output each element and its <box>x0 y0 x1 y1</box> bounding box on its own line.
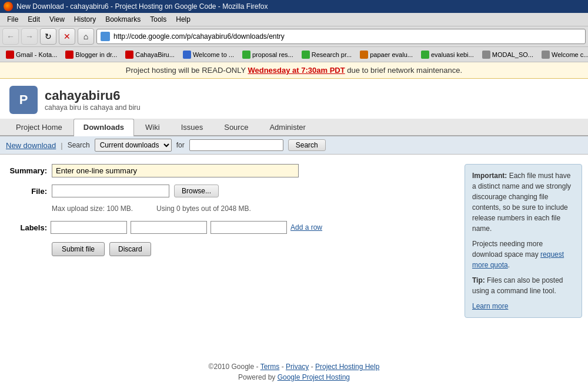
bookmark-icon-proposal <box>242 51 250 59</box>
bookmark-icon-welcome <box>183 51 191 59</box>
project-icon-letter: P <box>19 92 28 108</box>
request-after: . <box>508 261 510 269</box>
bookmark-icon-welcomec <box>542 51 550 59</box>
footer-copyright: ©2010 Google - <box>209 363 260 371</box>
tab-wiki[interactable]: Wiki <box>135 119 170 135</box>
bookmark-label-evaluasi: evaluasi kebi... <box>431 51 474 58</box>
bookmark-welcomec[interactable]: Welcome c... <box>538 49 588 60</box>
footer-terms-link[interactable]: Terms <box>260 363 280 371</box>
action-buttons: Submit file Discard <box>52 242 453 256</box>
menu-view[interactable]: View <box>45 14 69 25</box>
bookmark-welcome[interactable]: Welcome to ... <box>179 49 238 60</box>
tip-paragraph: Tip: Files can also be posted using a co… <box>472 275 574 296</box>
bookmark-icon-modal <box>482 51 490 59</box>
bookmark-icon-blogger <box>65 51 74 59</box>
bookmark-icon-evaluasi <box>421 51 429 59</box>
important-label: Important: <box>472 172 507 180</box>
bookmark-label-gmail: Gmail - Kota... <box>16 51 57 58</box>
bookmark-icon-cahayabiru <box>125 51 133 59</box>
labels-row: Labels: Add a row <box>6 221 453 234</box>
announcement-banner: Project hosting will be READ-ONLY Wednes… <box>0 62 588 79</box>
add-row-link[interactable]: Add a row <box>290 223 322 232</box>
label-input-2[interactable] <box>131 221 207 234</box>
main-content: Summary: File: Browse... Max upload size… <box>0 155 588 327</box>
tab-issues[interactable]: Issues <box>171 119 213 135</box>
bookmark-label-proposal: proposal res... <box>252 51 293 58</box>
tip-section: Tip: Files can also be posted using a co… <box>472 275 574 311</box>
announcement-text-after: due to brief network maintenance. <box>345 66 462 75</box>
label-input-1[interactable] <box>51 221 127 234</box>
bookmark-proposal[interactable]: proposal res... <box>239 49 297 60</box>
summary-row: Summary: <box>6 164 453 177</box>
labels-label: Labels: <box>6 223 47 232</box>
important-text: Each file must have a distinct name and … <box>472 172 571 233</box>
file-label: File: <box>6 187 47 196</box>
menu-bar: File Edit View History Bookmarks Tools H… <box>0 13 588 26</box>
title-bar: New Download - cahayabiru6 - Project Hos… <box>0 0 588 13</box>
learn-more-link[interactable]: Learn more <box>472 302 508 310</box>
bookmark-icon-gmail <box>6 51 14 59</box>
bookmark-papaer[interactable]: papaer evalu... <box>356 49 416 60</box>
bookmark-blogger[interactable]: Blogger in dr... <box>62 49 121 60</box>
bookmark-icon-research <box>302 51 310 59</box>
tab-source[interactable]: Source <box>214 119 258 135</box>
search-label: Search <box>68 141 90 149</box>
bookmark-label-modal: MODAL_SO... <box>492 51 533 58</box>
search-input[interactable] <box>189 139 283 151</box>
menu-tools[interactable]: Tools <box>145 14 171 25</box>
label-input-3[interactable] <box>211 221 287 234</box>
bookmark-gmail[interactable]: Gmail - Kota... <box>2 49 61 60</box>
toolbar-separator: | <box>61 141 62 150</box>
browse-button[interactable]: Browse... <box>174 185 219 197</box>
max-upload: Max upload size: 100 MB. <box>52 204 133 213</box>
footer-hosting-help-link[interactable]: Project Hosting Help <box>315 363 379 371</box>
project-description: cahaya biru is cahaya and biru <box>45 103 141 112</box>
form-area: Summary: File: Browse... Max upload size… <box>6 164 453 256</box>
menu-history[interactable]: History <box>69 14 101 25</box>
menu-bookmarks[interactable]: Bookmarks <box>101 14 145 25</box>
bookmarks-bar: Gmail - Kota... Blogger in dr... CahayaB… <box>0 47 588 62</box>
quota-paragraph: Projects needing more download space may… <box>472 239 574 270</box>
submit-file-button[interactable]: Submit file <box>52 242 105 256</box>
bookmark-cahayabiru[interactable]: CahayaBiru... <box>122 49 178 60</box>
new-download-link[interactable]: New download <box>6 141 56 150</box>
tab-administer[interactable]: Administer <box>259 119 315 135</box>
important-paragraph: Important: Each file must have a distinc… <box>472 170 574 234</box>
firefox-icon <box>4 2 13 11</box>
bookmark-evaluasi[interactable]: evaluasi kebi... <box>417 49 477 60</box>
bookmark-label-research: Research pr... <box>312 51 352 58</box>
url-input[interactable] <box>113 32 582 41</box>
announcement-link[interactable]: Wednesday at 7:30am PDT <box>248 66 345 75</box>
discard-button[interactable]: Discard <box>109 242 151 256</box>
summary-input[interactable] <box>52 164 299 177</box>
home-button[interactable]: ⌂ <box>78 28 94 45</box>
footer-privacy-link[interactable]: Privacy <box>286 363 309 371</box>
nav-tabs: Project Home Downloads Wiki Issues Sourc… <box>0 119 588 136</box>
search-filter-dropdown[interactable]: Current downloads All downloads Deprecat… <box>95 139 172 152</box>
bookmark-research[interactable]: Research pr... <box>298 49 355 60</box>
nav-toolbar: ← → ↻ ✕ ⌂ <box>0 26 588 47</box>
footer-google-hosting-link[interactable]: Google Project Hosting <box>278 373 350 381</box>
sub-toolbar: New download | Search Current downloads … <box>0 136 588 155</box>
bookmark-label-welcomec: Welcome c... <box>552 51 588 58</box>
project-header: P cahayabiru6 cahaya biru is cahaya and … <box>0 79 588 119</box>
search-button[interactable]: Search <box>288 139 326 151</box>
upload-info: Max upload size: 100 MB. Using 0 bytes o… <box>52 204 453 213</box>
tab-downloads[interactable]: Downloads <box>74 119 134 136</box>
bookmark-label-papaer: papaer evalu... <box>370 51 413 58</box>
tip-text: Files can also be posted using a command… <box>472 276 563 295</box>
file-row: File: Browse... <box>6 185 453 197</box>
bookmark-modal[interactable]: MODAL_SO... <box>479 49 537 60</box>
forward-button[interactable]: → <box>21 28 38 45</box>
sidebar-info: Important: Each file must have a distinc… <box>465 164 582 318</box>
menu-help[interactable]: Help <box>171 14 195 25</box>
back-button[interactable]: ← <box>2 28 19 45</box>
window-title: New Download - cahayabiru6 - Project Hos… <box>16 2 268 11</box>
menu-edit[interactable]: Edit <box>23 14 45 25</box>
file-input[interactable] <box>52 185 169 197</box>
reload-button[interactable]: ↻ <box>40 28 56 45</box>
tab-project-home[interactable]: Project Home <box>6 119 72 135</box>
footer-line1: ©2010 Google - Terms - Privacy - Project… <box>0 363 588 371</box>
stop-button[interactable]: ✕ <box>59 28 75 45</box>
menu-file[interactable]: File <box>2 14 23 25</box>
